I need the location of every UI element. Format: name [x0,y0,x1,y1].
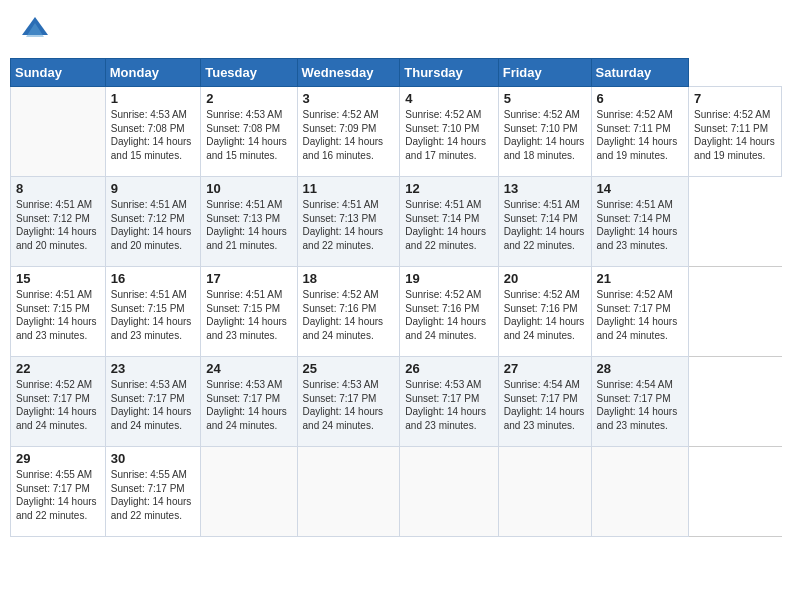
day-cell-11: 11Sunrise: 4:51 AMSunset: 7:13 PMDayligh… [297,177,400,267]
day-info: Sunrise: 4:51 AMSunset: 7:14 PMDaylight:… [597,198,684,252]
day-number: 19 [405,271,492,286]
day-number: 7 [694,91,776,106]
day-number: 15 [16,271,100,286]
day-info: Sunrise: 4:52 AMSunset: 7:16 PMDaylight:… [405,288,492,342]
day-number: 8 [16,181,100,196]
day-info: Sunrise: 4:53 AMSunset: 7:08 PMDaylight:… [206,108,291,162]
day-number: 28 [597,361,684,376]
calendar-week-1: 1Sunrise: 4:53 AMSunset: 7:08 PMDaylight… [11,87,782,177]
page-header [10,10,782,50]
day-cell-3: 3Sunrise: 4:52 AMSunset: 7:09 PMDaylight… [297,87,400,177]
empty-cell [11,87,106,177]
day-cell-27: 27Sunrise: 4:54 AMSunset: 7:17 PMDayligh… [498,357,591,447]
day-info: Sunrise: 4:52 AMSunset: 7:16 PMDaylight:… [303,288,395,342]
day-cell-15: 15Sunrise: 4:51 AMSunset: 7:15 PMDayligh… [11,267,106,357]
day-number: 29 [16,451,100,466]
day-info: Sunrise: 4:52 AMSunset: 7:16 PMDaylight:… [504,288,586,342]
day-info: Sunrise: 4:55 AMSunset: 7:17 PMDaylight:… [111,468,195,522]
day-cell-19: 19Sunrise: 4:52 AMSunset: 7:16 PMDayligh… [400,267,498,357]
day-number: 12 [405,181,492,196]
day-info: Sunrise: 4:51 AMSunset: 7:13 PMDaylight:… [206,198,291,252]
empty-cell [201,447,297,537]
day-number: 9 [111,181,195,196]
header-day-thursday: Thursday [400,59,498,87]
day-info: Sunrise: 4:52 AMSunset: 7:09 PMDaylight:… [303,108,395,162]
calendar-week-3: 15Sunrise: 4:51 AMSunset: 7:15 PMDayligh… [11,267,782,357]
day-cell-28: 28Sunrise: 4:54 AMSunset: 7:17 PMDayligh… [591,357,689,447]
day-info: Sunrise: 4:54 AMSunset: 7:17 PMDaylight:… [597,378,684,432]
day-info: Sunrise: 4:51 AMSunset: 7:15 PMDaylight:… [16,288,100,342]
day-number: 13 [504,181,586,196]
calendar-week-2: 8Sunrise: 4:51 AMSunset: 7:12 PMDaylight… [11,177,782,267]
day-info: Sunrise: 4:53 AMSunset: 7:17 PMDaylight:… [206,378,291,432]
day-number: 14 [597,181,684,196]
header-day-wednesday: Wednesday [297,59,400,87]
day-info: Sunrise: 4:55 AMSunset: 7:17 PMDaylight:… [16,468,100,522]
day-cell-17: 17Sunrise: 4:51 AMSunset: 7:15 PMDayligh… [201,267,297,357]
header-day-sunday: Sunday [11,59,106,87]
day-info: Sunrise: 4:52 AMSunset: 7:10 PMDaylight:… [504,108,586,162]
day-info: Sunrise: 4:51 AMSunset: 7:12 PMDaylight:… [111,198,195,252]
day-cell-20: 20Sunrise: 4:52 AMSunset: 7:16 PMDayligh… [498,267,591,357]
header-day-monday: Monday [105,59,200,87]
day-number: 25 [303,361,395,376]
day-number: 6 [597,91,684,106]
day-cell-10: 10Sunrise: 4:51 AMSunset: 7:13 PMDayligh… [201,177,297,267]
day-cell-7: 7Sunrise: 4:52 AMSunset: 7:11 PMDaylight… [689,87,782,177]
day-info: Sunrise: 4:53 AMSunset: 7:17 PMDaylight:… [111,378,195,432]
day-number: 2 [206,91,291,106]
day-cell-6: 6Sunrise: 4:52 AMSunset: 7:11 PMDaylight… [591,87,689,177]
day-info: Sunrise: 4:51 AMSunset: 7:15 PMDaylight:… [111,288,195,342]
empty-cell [591,447,689,537]
day-number: 3 [303,91,395,106]
day-info: Sunrise: 4:53 AMSunset: 7:17 PMDaylight:… [405,378,492,432]
day-cell-22: 22Sunrise: 4:52 AMSunset: 7:17 PMDayligh… [11,357,106,447]
day-info: Sunrise: 4:51 AMSunset: 7:15 PMDaylight:… [206,288,291,342]
day-number: 18 [303,271,395,286]
day-info: Sunrise: 4:54 AMSunset: 7:17 PMDaylight:… [504,378,586,432]
day-cell-24: 24Sunrise: 4:53 AMSunset: 7:17 PMDayligh… [201,357,297,447]
header-day-friday: Friday [498,59,591,87]
day-number: 1 [111,91,195,106]
calendar-week-5: 29Sunrise: 4:55 AMSunset: 7:17 PMDayligh… [11,447,782,537]
day-cell-21: 21Sunrise: 4:52 AMSunset: 7:17 PMDayligh… [591,267,689,357]
day-info: Sunrise: 4:52 AMSunset: 7:11 PMDaylight:… [694,108,776,162]
day-cell-25: 25Sunrise: 4:53 AMSunset: 7:17 PMDayligh… [297,357,400,447]
day-info: Sunrise: 4:52 AMSunset: 7:10 PMDaylight:… [405,108,492,162]
empty-cell [498,447,591,537]
day-cell-4: 4Sunrise: 4:52 AMSunset: 7:10 PMDaylight… [400,87,498,177]
day-info: Sunrise: 4:52 AMSunset: 7:17 PMDaylight:… [16,378,100,432]
day-number: 21 [597,271,684,286]
day-cell-2: 2Sunrise: 4:53 AMSunset: 7:08 PMDaylight… [201,87,297,177]
day-number: 16 [111,271,195,286]
day-number: 26 [405,361,492,376]
day-cell-14: 14Sunrise: 4:51 AMSunset: 7:14 PMDayligh… [591,177,689,267]
calendar-week-4: 22Sunrise: 4:52 AMSunset: 7:17 PMDayligh… [11,357,782,447]
day-cell-18: 18Sunrise: 4:52 AMSunset: 7:16 PMDayligh… [297,267,400,357]
empty-cell [400,447,498,537]
day-info: Sunrise: 4:52 AMSunset: 7:17 PMDaylight:… [597,288,684,342]
empty-cell [297,447,400,537]
day-info: Sunrise: 4:53 AMSunset: 7:17 PMDaylight:… [303,378,395,432]
day-cell-9: 9Sunrise: 4:51 AMSunset: 7:12 PMDaylight… [105,177,200,267]
day-info: Sunrise: 4:53 AMSunset: 7:08 PMDaylight:… [111,108,195,162]
day-number: 10 [206,181,291,196]
day-cell-1: 1Sunrise: 4:53 AMSunset: 7:08 PMDaylight… [105,87,200,177]
day-number: 27 [504,361,586,376]
day-cell-26: 26Sunrise: 4:53 AMSunset: 7:17 PMDayligh… [400,357,498,447]
day-number: 11 [303,181,395,196]
day-cell-16: 16Sunrise: 4:51 AMSunset: 7:15 PMDayligh… [105,267,200,357]
day-cell-30: 30Sunrise: 4:55 AMSunset: 7:17 PMDayligh… [105,447,200,537]
day-info: Sunrise: 4:51 AMSunset: 7:14 PMDaylight:… [504,198,586,252]
day-number: 17 [206,271,291,286]
day-info: Sunrise: 4:51 AMSunset: 7:13 PMDaylight:… [303,198,395,252]
day-cell-29: 29Sunrise: 4:55 AMSunset: 7:17 PMDayligh… [11,447,106,537]
day-number: 4 [405,91,492,106]
day-number: 22 [16,361,100,376]
day-cell-13: 13Sunrise: 4:51 AMSunset: 7:14 PMDayligh… [498,177,591,267]
calendar-header-row: SundayMondayTuesdayWednesdayThursdayFrid… [11,59,782,87]
day-number: 23 [111,361,195,376]
day-number: 30 [111,451,195,466]
day-number: 24 [206,361,291,376]
day-number: 5 [504,91,586,106]
